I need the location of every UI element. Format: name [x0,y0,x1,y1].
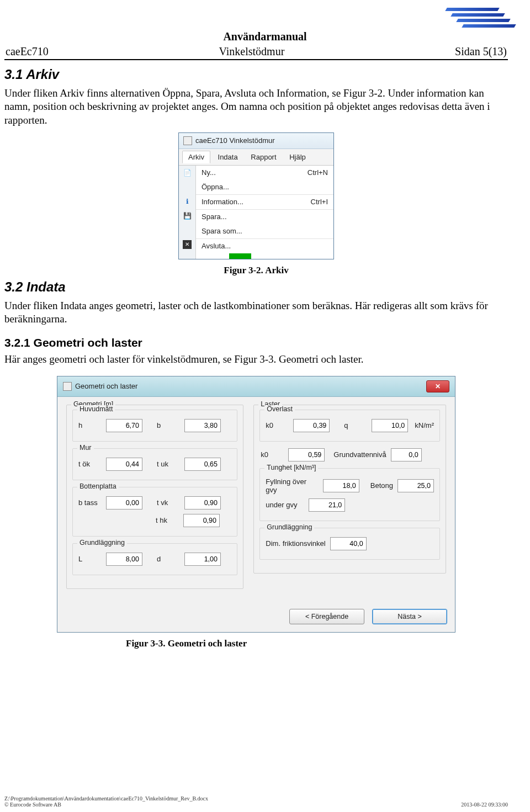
dialog-close-button[interactable]: ✕ [426,380,449,392]
input-tvk[interactable] [184,496,221,510]
label-thk: t hk [156,516,179,524]
section-3-2-1-heading: 3.2.1 Geometri och laster [4,336,508,349]
save-icon: 💾 [179,209,195,223]
menu-item-ny[interactable]: Ny...Ctrl+N [196,166,333,180]
geometri-title-text: Geometri och laster [75,382,137,390]
label-frik: Dim. friktionsvinkel [266,539,325,548]
input-L[interactable] [106,553,142,566]
input-gvn[interactable] [391,448,422,461]
header-right: Sidan 5(13) [455,45,507,58]
menu-rapport[interactable]: Rapport [245,151,282,163]
input-h[interactable] [106,419,142,432]
menu-item-spara-som[interactable]: Spara som... [196,224,333,238]
figure-3-3-caption: Figur 3-3. Geometri och laster [126,638,508,649]
arkiv-window: caeEc710 Vinkelstödmur Arkiv Indata Rapp… [178,132,334,259]
label-under: under gvy [266,501,304,509]
label-q: q [344,421,367,429]
menu-hjalp[interactable]: Hjälp [284,151,311,163]
menu-indata[interactable]: Indata [213,151,243,163]
input-btass[interactable] [106,496,142,510]
sub-grund-title: Grundläggning [77,539,127,546]
arkiv-menubar: Arkiv Indata Rapport Hjälp [179,149,333,166]
input-tok[interactable] [106,458,142,471]
sub-mur-title: Mur [77,444,94,452]
new-icon: 📄 [179,166,195,180]
label-L: L [78,555,102,563]
arkiv-content-hint [229,253,251,259]
menu-arkiv[interactable]: Arkiv [182,151,210,163]
sub-grund2-title: Grundläggning [264,523,314,531]
next-button[interactable]: Nästa > [372,609,447,624]
header-center: Vinkelstödmur [219,45,285,58]
arkiv-title-text: caeEc710 Vinkelstödmur [195,136,275,145]
label-btass: b tass [78,498,102,507]
label-k0b: k0 [261,450,284,459]
menu-item-spara[interactable]: Spara... [196,209,333,224]
input-q[interactable] [372,419,408,432]
info-icon: ℹ [179,194,195,209]
section-3-2-1-text: Här anges geometri och laster för vinkel… [4,353,508,366]
group-geometri: Geometri [m] Huvudmått h b [66,405,243,589]
label-b: b [157,421,180,429]
menu-icon-column: 📄 ℹ 💾 ✕ [179,166,196,253]
input-thk[interactable] [183,514,220,527]
section-3-2-heading: 3.2 Indata [4,279,508,295]
input-tuk[interactable] [184,458,221,471]
footer-path: Z:\Programdokumentation\Användardokument… [4,795,208,802]
group-laster: Laster Överlast k0 q kN/m² [253,405,446,574]
arkiv-titlebar: caeEc710 Vinkelstödmur [179,133,333,149]
unit-q: kN/m² [415,421,434,429]
label-tvk: t vk [157,498,180,507]
figure-3-2-caption: Figur 3-2. Arkiv [4,265,508,276]
input-fyll[interactable] [323,479,359,492]
sub-tung-title: Tunghet [kN/m³] [264,464,318,471]
label-tok: t ök [78,460,102,468]
input-b[interactable] [184,419,221,432]
section-3-1-text: Under fliken Arkiv finns alternativen Öp… [4,87,508,127]
geometri-titlebar: Geometri och laster ✕ [57,376,455,397]
label-k0a: k0 [266,421,289,429]
input-frik[interactable] [330,537,367,550]
label-h: h [78,421,102,429]
section-3-1-heading: 3.1 Arkiv [4,67,508,82]
sub-bp-title: Bottenplatta [77,482,119,490]
label-tuk: t uk [157,460,180,468]
label-gvn: Grundvattennivå [333,450,386,459]
sub-huvud-title: Huvudmått [77,405,115,413]
label-fyll: Fyllning över gvy [266,477,318,494]
prev-button[interactable]: < Föregående [289,609,364,624]
menu-item-oppna[interactable]: Öppna... [196,180,333,194]
dialog-icon [63,382,72,391]
sub-over-title: Överlast [264,405,295,413]
label-d: d [157,555,180,563]
close-icon: ✕ [183,240,192,249]
geometri-dialog: Geometri och laster ✕ Geometri [m] Huvud… [57,376,455,633]
input-d[interactable] [184,553,221,566]
menu-item-avsluta[interactable]: Avsluta... [196,238,333,253]
label-betong: Betong [370,481,393,490]
footer-date: 2013-08-22 09:33:00 [461,802,508,808]
header-left: caeEc710 [6,45,49,58]
input-k0a[interactable] [293,419,330,432]
section-3-2-text: Under fliken Indata anges geometri, last… [4,299,508,326]
company-logo [442,6,508,33]
input-k0b[interactable] [288,448,325,461]
footer-copy: © Eurocode Software AB [4,802,208,808]
input-betong[interactable] [398,479,434,492]
app-icon [183,136,192,145]
menu-item-info[interactable]: Information...Ctrl+I [196,194,333,209]
input-under[interactable] [309,498,345,512]
